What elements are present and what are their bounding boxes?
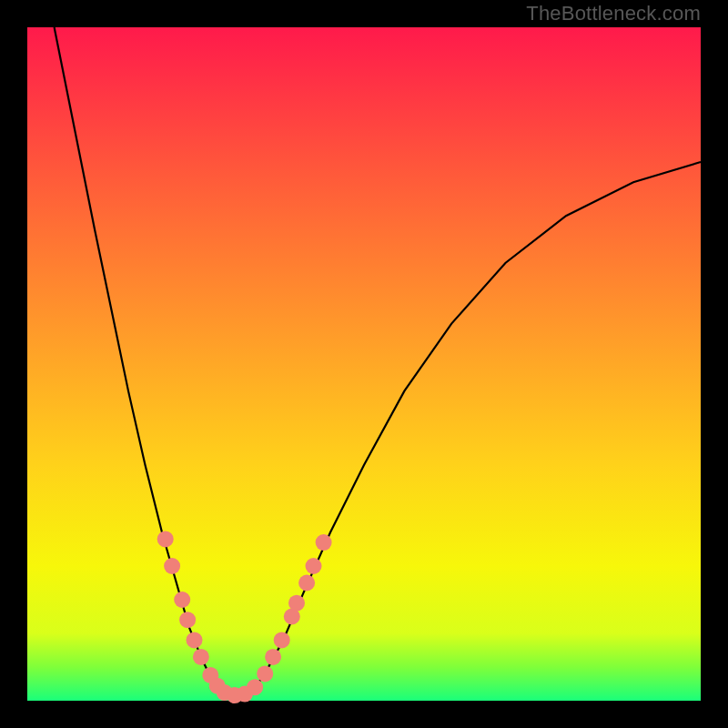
highlight-dot [193, 649, 209, 665]
highlight-dot [179, 612, 196, 628]
watermark-text: TheBottleneck.com [526, 2, 701, 25]
highlight-dots-group [157, 531, 332, 703]
highlight-dot [187, 632, 203, 648]
highlight-dot [174, 592, 190, 608]
highlight-dot [316, 534, 332, 551]
highlight-dot [157, 531, 174, 547]
highlight-dot [265, 649, 281, 665]
highlight-dot [247, 679, 263, 695]
highlight-dot [288, 595, 305, 612]
highlight-dot [274, 632, 290, 648]
bottleneck-curve [55, 27, 701, 697]
highlight-dot [257, 665, 273, 682]
chart-frame: TheBottleneck.com [0, 0, 728, 728]
highlight-dot [298, 575, 315, 592]
highlight-dot [306, 558, 322, 574]
highlight-dot [164, 558, 180, 574]
curve-layer [0, 0, 728, 728]
